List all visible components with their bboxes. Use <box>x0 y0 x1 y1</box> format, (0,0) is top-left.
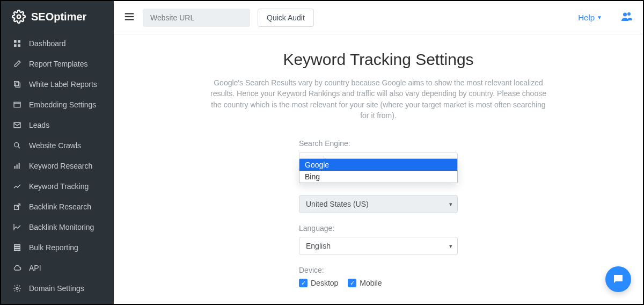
track-icon <box>13 182 21 191</box>
sidebar-item-label: Domain Settings <box>29 284 84 293</box>
mail-icon <box>13 121 21 129</box>
svg-rect-3 <box>14 44 17 47</box>
sidebar-item-label: Leads <box>29 121 49 129</box>
svg-point-0 <box>17 15 21 19</box>
checkbox-checked-icon: ✓ <box>348 279 356 287</box>
country-select[interactable]: United States (US) <box>299 195 458 213</box>
sidebar-item-keyword-tracking[interactable]: Keyword Tracking <box>1 176 114 197</box>
sidebar-item-dashboard[interactable]: Dashboard <box>1 33 114 54</box>
sidebar-item-domain-settings[interactable]: Domain Settings <box>1 278 114 299</box>
copy-icon <box>13 80 21 89</box>
sidebar-item-keyword-research[interactable]: Keyword Research <box>1 156 114 176</box>
svg-point-19 <box>16 287 18 289</box>
sidebar-item-label: Website Crawls <box>29 141 81 150</box>
mobile-label: Mobile <box>360 279 382 287</box>
sidebar-item-api[interactable]: API <box>1 258 114 278</box>
caret-down-icon: ▼ <box>597 14 602 20</box>
sidebar-item-label: Backlink Research <box>29 202 91 211</box>
cloud-icon <box>13 264 21 272</box>
sidebar-item-backlink-monitoring[interactable]: Backlink Monitoring <box>1 217 114 237</box>
sidebar-item-backlink-research[interactable]: Backlink Research <box>1 197 114 217</box>
svg-rect-13 <box>17 164 18 169</box>
desktop-checkbox[interactable]: ✓ Desktop <box>299 279 338 287</box>
svg-rect-18 <box>14 249 20 251</box>
dropdown-option-google[interactable]: Google <box>299 159 457 171</box>
page-description: Google's Search Results vary by country … <box>207 77 550 121</box>
chat-launcher-icon[interactable] <box>605 266 631 292</box>
checkbox-checked-icon: ✓ <box>299 279 308 287</box>
quick-audit-button[interactable]: Quick Audit <box>258 9 314 27</box>
sidebar-item-label: Dashboard <box>29 39 66 48</box>
sidebar-item-label: Backlink Monitoring <box>29 223 94 231</box>
device-group: Device: ✓ Desktop ✓ Mobile <box>299 266 458 287</box>
device-label: Device: <box>299 266 458 274</box>
sidebar-nav: DashboardReport TemplatesWhite Label Rep… <box>1 33 114 299</box>
search-engine-group: Search Engine: Google ▾ Google Bing <box>299 139 458 170</box>
users-icon[interactable] <box>620 10 633 25</box>
help-label: Help <box>578 13 595 22</box>
svg-rect-17 <box>14 247 20 249</box>
sidebar-item-label: White Label Reports <box>29 80 97 89</box>
gear-icon <box>12 10 26 24</box>
sidebar-item-label: Embedding Settings <box>29 100 96 109</box>
desktop-label: Desktop <box>311 279 338 287</box>
sidebar-item-label: Report Templates <box>29 60 87 68</box>
brand-logo[interactable]: SEOptimer <box>1 1 114 33</box>
website-url-input[interactable] <box>143 9 250 27</box>
sidebar-item-bulk-reporting[interactable]: Bulk Reporting <box>1 237 114 258</box>
language-select[interactable]: English <box>299 237 458 255</box>
sidebar: SEOptimer DashboardReport TemplatesWhite… <box>1 1 114 304</box>
search-icon <box>13 141 21 150</box>
svg-point-24 <box>627 12 631 16</box>
dashboard-icon <box>13 39 21 48</box>
menu-toggle-icon[interactable] <box>123 11 135 25</box>
search-engine-label: Search Engine: <box>299 139 458 148</box>
chart-icon <box>13 223 21 231</box>
main-area: Quick Audit Help ▼ Keyword Tracking Sett… <box>114 1 643 304</box>
embed-icon <box>13 100 21 109</box>
content: Keyword Tracking Settings Google's Searc… <box>114 34 643 304</box>
mobile-checkbox[interactable]: ✓ Mobile <box>348 279 382 287</box>
svg-rect-4 <box>18 44 20 47</box>
svg-rect-2 <box>18 40 20 43</box>
language-label: Language: <box>299 224 458 233</box>
edit-icon <box>13 60 21 68</box>
sidebar-item-label: Bulk Reporting <box>29 243 78 252</box>
sidebar-item-label: API <box>29 264 41 272</box>
svg-point-10 <box>14 143 19 147</box>
svg-point-23 <box>623 12 627 16</box>
svg-rect-12 <box>14 166 16 169</box>
svg-rect-1 <box>14 40 17 43</box>
svg-line-11 <box>18 147 20 149</box>
help-link[interactable]: Help ▼ <box>578 13 602 22</box>
sidebar-item-report-templates[interactable]: Report Templates <box>1 54 114 74</box>
external-icon <box>13 202 21 211</box>
topbar: Quick Audit Help ▼ <box>114 1 643 34</box>
brand-text: SEOptimer <box>31 11 86 23</box>
sidebar-item-label: Keyword Tracking <box>29 182 89 191</box>
gear-icon <box>13 284 21 293</box>
dropdown-option-bing[interactable]: Bing <box>299 171 457 183</box>
search-engine-dropdown: Google Bing <box>299 158 458 183</box>
sidebar-item-embedding-settings[interactable]: Embedding Settings <box>1 95 114 115</box>
svg-rect-14 <box>19 163 20 169</box>
country-group: United States (US) ▾ <box>299 195 458 213</box>
page-title: Keyword Tracking Settings <box>283 50 473 69</box>
sidebar-item-label: Keyword Research <box>29 162 92 170</box>
sidebar-item-white-label-reports[interactable]: White Label Reports <box>1 74 114 95</box>
svg-rect-6 <box>14 82 19 86</box>
sidebar-item-leads[interactable]: Leads <box>1 115 114 135</box>
svg-rect-16 <box>14 245 20 246</box>
svg-rect-5 <box>16 83 20 87</box>
svg-rect-7 <box>14 102 20 107</box>
settings-form: Search Engine: Google ▾ Google Bing Unit… <box>299 139 458 304</box>
stack-icon <box>13 243 21 252</box>
bars-icon <box>13 162 21 170</box>
sidebar-item-website-crawls[interactable]: Website Crawls <box>1 135 114 156</box>
language-group: Language: English ▾ <box>299 224 458 255</box>
